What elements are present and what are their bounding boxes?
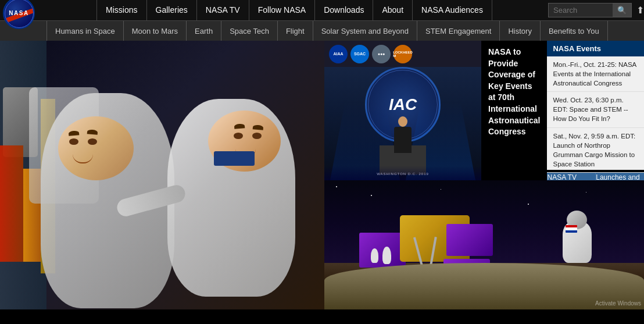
- left-eyebrow-l: [69, 130, 80, 136]
- speaker-head: [398, 116, 407, 127]
- small-astronaut-2: [371, 248, 378, 263]
- star-4: [528, 204, 529, 205]
- secondary-nav-space-tech[interactable]: Space Tech: [221, 21, 278, 41]
- secondary-nav-earth[interactable]: Earth: [187, 21, 221, 41]
- event-item-1[interactable]: Mon.-Fri., Oct. 21-25: NASA Events at th…: [547, 56, 644, 92]
- nav-galleries[interactable]: Galleries: [147, 0, 197, 20]
- star-2: [371, 195, 372, 196]
- speaker-body: [394, 127, 412, 153]
- nav-downloads[interactable]: Downloads: [315, 0, 373, 20]
- featured-caption: NASA to Provide Coverage of Key Events a…: [481, 41, 547, 180]
- secondary-nav-moon-to-mars[interactable]: Moon to Mars: [124, 21, 187, 41]
- event-item-3[interactable]: Sat., Nov. 2, 9:59 a.m. EDT: Launch of N…: [547, 128, 644, 173]
- small-astronaut-1: [382, 247, 391, 264]
- events-header: NASA Events: [547, 41, 644, 56]
- iss-red-tube: [0, 145, 23, 262]
- astronaut-scene: [0, 41, 324, 309]
- top-nav: Missions Galleries NASA TV Follow NASA D…: [41, 0, 548, 20]
- top-section: AIAA SGAC ●●● LOCKHEED M IAC: [324, 41, 644, 180]
- activate-windows-text: Activate Windows: [595, 300, 641, 307]
- nav-follow-nasa[interactable]: Follow NASA: [249, 0, 315, 20]
- nav-about[interactable]: About: [373, 0, 413, 20]
- secondary-nav-history[interactable]: History: [500, 21, 540, 41]
- sgac-logo: SGAC: [350, 45, 369, 63]
- search-box: 🔍: [548, 3, 632, 17]
- right-eye-r: [234, 133, 243, 139]
- secondary-nav-solar-system[interactable]: Solar System and Beyond: [313, 21, 417, 41]
- event-item-2[interactable]: Wed. Oct. 23, 6:30 p.m. EDT: Space and S…: [547, 92, 644, 127]
- star-5: [586, 192, 586, 193]
- nav-nasa-tv[interactable]: NASA TV: [197, 0, 249, 20]
- nasa-logo-inner: [5, 0, 34, 28]
- secondary-nav-stem[interactable]: STEM Engagement: [417, 21, 500, 41]
- search-button[interactable]: 🔍: [613, 3, 631, 17]
- misc-logo: ●●●: [372, 45, 391, 63]
- left-eye-l: [69, 138, 78, 145]
- secondary-nav-benefits[interactable]: Benefits to You: [541, 21, 608, 41]
- nav-nasa-audiences[interactable]: NASA Audiences: [413, 0, 492, 20]
- left-eye-r: [88, 138, 97, 145]
- right-collar: [214, 151, 255, 166]
- nasa-logo-wrap[interactable]: [0, 0, 41, 29]
- nasa-logo[interactable]: [3, 0, 35, 29]
- featured-title: NASA to Provide Coverage of Key Events a…: [488, 47, 540, 138]
- flag-patch: [566, 225, 577, 233]
- hero-image[interactable]: [0, 41, 324, 309]
- astronaut-face-left: [58, 116, 134, 180]
- aiaa-logo: AIAA: [329, 45, 348, 63]
- bottom-row: Activate Windows: [324, 180, 644, 309]
- secondary-nav-flight[interactable]: Flight: [278, 21, 313, 41]
- star-3: [441, 189, 441, 190]
- nav-right: 🔍 ⬆: [548, 3, 644, 17]
- main-content: AIAA SGAC ●●● LOCKHEED M IAC: [0, 41, 644, 309]
- share-icon[interactable]: ⬆: [636, 5, 644, 16]
- iac-city-label: WASHINGTON D.C. 2019: [324, 172, 481, 176]
- nav-missions[interactable]: Missions: [96, 0, 146, 20]
- speaker-figure: [385, 116, 420, 163]
- left-eyebrow-r: [87, 129, 98, 135]
- astro-suit: [563, 222, 592, 263]
- right-astronaut: [563, 222, 592, 269]
- lm-logo: LOCKHEED M: [393, 45, 412, 63]
- solar-panel-right: [446, 224, 493, 256]
- iac-logos-bar: AIAA SGAC ●●● LOCKHEED M: [324, 41, 481, 67]
- featured-thumbnail: AIAA SGAC ●●● LOCKHEED M IAC: [324, 41, 481, 180]
- secondary-nav: Humans in Space Moon to Mars Earth Space…: [0, 20, 644, 41]
- secondary-nav-humans-in-space[interactable]: Humans in Space: [46, 21, 124, 41]
- right-eye-l: [252, 133, 262, 139]
- header: Missions Galleries NASA TV Follow NASA D…: [0, 0, 644, 20]
- solar-panel-left-top: [359, 233, 406, 268]
- star-1: [336, 186, 337, 187]
- right-column: AIAA SGAC ●●● LOCKHEED M IAC: [324, 41, 644, 309]
- search-input[interactable]: [549, 3, 613, 17]
- moon-scene[interactable]: Activate Windows: [324, 180, 644, 309]
- right-eyebrow-r: [234, 123, 245, 129]
- right-eyebrow-l: [253, 124, 264, 130]
- featured-story[interactable]: AIAA SGAC ●●● LOCKHEED M IAC: [324, 41, 547, 180]
- events-panel: NASA Events Mon.-Fri., Oct. 21-25: NASA …: [547, 41, 644, 170]
